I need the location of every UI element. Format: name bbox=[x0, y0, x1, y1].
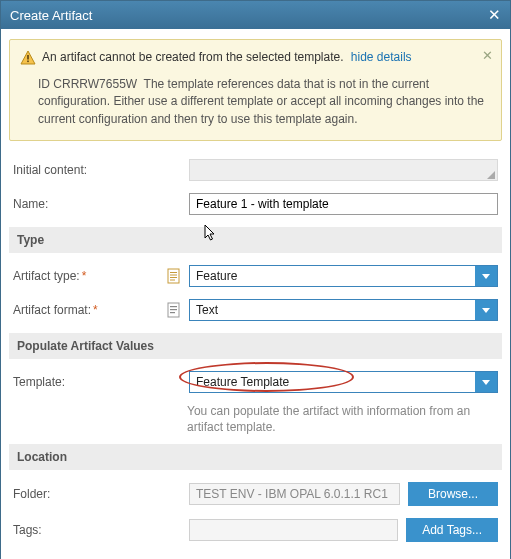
svg-rect-3 bbox=[168, 269, 179, 283]
template-value: Feature Template bbox=[190, 372, 475, 392]
warning-box: ✕ An artifact cannot be created from the… bbox=[9, 39, 502, 141]
svg-rect-7 bbox=[170, 280, 175, 281]
artifact-type-value: Feature bbox=[190, 266, 475, 286]
tags-field bbox=[189, 519, 398, 541]
svg-rect-6 bbox=[170, 277, 177, 278]
text-format-icon bbox=[167, 302, 181, 318]
svg-rect-4 bbox=[170, 272, 177, 273]
initial-content-input[interactable] bbox=[189, 159, 498, 181]
browse-button[interactable]: Browse... bbox=[408, 482, 498, 506]
cursor-icon bbox=[204, 224, 218, 242]
tags-label: Tags: bbox=[13, 523, 189, 537]
chevron-down-icon[interactable] bbox=[475, 372, 497, 392]
warning-icon bbox=[20, 50, 36, 66]
location-section-header: Location bbox=[9, 444, 502, 470]
artifact-format-value: Text bbox=[190, 300, 475, 320]
svg-rect-9 bbox=[170, 306, 177, 307]
svg-rect-10 bbox=[170, 309, 177, 310]
hide-details-link[interactable]: hide details bbox=[351, 50, 412, 64]
close-icon[interactable]: ✕ bbox=[488, 6, 501, 24]
chevron-down-icon[interactable] bbox=[475, 266, 497, 286]
svg-rect-2 bbox=[27, 61, 29, 63]
name-label: Name: bbox=[13, 197, 189, 211]
chevron-down-icon[interactable] bbox=[475, 300, 497, 320]
populate-section-header: Populate Artifact Values bbox=[9, 333, 502, 359]
template-label: Template: bbox=[13, 375, 189, 389]
name-input[interactable] bbox=[189, 193, 498, 215]
template-select[interactable]: Feature Template bbox=[189, 371, 498, 393]
folder-label: Folder: bbox=[13, 487, 189, 501]
document-icon bbox=[167, 268, 181, 284]
warning-id: ID CRRRW7655W bbox=[38, 77, 137, 91]
dialog-titlebar: Create Artifact ✕ bbox=[1, 1, 510, 29]
warning-message: An artifact cannot be created from the s… bbox=[42, 50, 344, 64]
template-help-text: You can populate the artifact with infor… bbox=[187, 403, 502, 435]
svg-rect-11 bbox=[170, 312, 175, 313]
create-artifact-dialog: Create Artifact ✕ ✕ An artifact cannot b… bbox=[0, 0, 511, 559]
type-section-header: Type bbox=[9, 227, 502, 253]
add-tags-button[interactable]: Add Tags... bbox=[406, 518, 498, 542]
artifact-type-select[interactable]: Feature bbox=[189, 265, 498, 287]
warning-detail: ID CRRRW7655W The template references da… bbox=[38, 76, 491, 128]
dialog-title: Create Artifact bbox=[10, 8, 92, 23]
artifact-format-select[interactable]: Text bbox=[189, 299, 498, 321]
svg-rect-5 bbox=[170, 275, 177, 276]
artifact-type-label: Artifact type:* bbox=[13, 268, 189, 284]
close-warning-icon[interactable]: ✕ bbox=[482, 48, 493, 63]
initial-content-label: Initial content: bbox=[13, 163, 189, 177]
artifact-format-label: Artifact format:* bbox=[13, 302, 189, 318]
folder-field: TEST ENV - IBM OPAL 6.0.1.1 RC1 bbox=[189, 483, 400, 505]
svg-rect-1 bbox=[27, 55, 29, 60]
